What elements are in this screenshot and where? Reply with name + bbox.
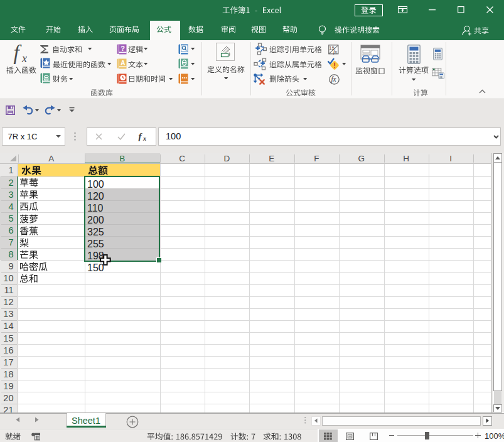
- svg-text:fx: fx: [331, 75, 336, 84]
- svg-text:fx: fx: [333, 48, 337, 55]
- svg-text:?: ?: [121, 45, 125, 52]
- svg-text:A: A: [121, 59, 126, 67]
